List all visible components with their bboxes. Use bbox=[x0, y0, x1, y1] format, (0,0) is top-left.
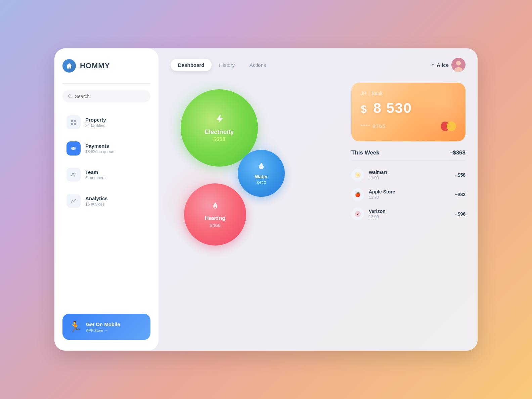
search-icon bbox=[68, 94, 72, 99]
walmart-info: Walmart 11:00 bbox=[369, 170, 450, 180]
bank-name: JH | Bank bbox=[361, 91, 456, 96]
water-value: $443 bbox=[257, 180, 266, 185]
chevron-down-icon: ▾ bbox=[432, 62, 434, 67]
electricity-value: $658 bbox=[213, 136, 225, 142]
logo-area: HOMMY bbox=[62, 59, 150, 73]
analytics-text: Analytics 16 advices bbox=[85, 195, 108, 207]
transaction-apple[interactable]: 🍎 Apple Store 11:30 –$82 bbox=[351, 185, 466, 204]
verizon-amount: –$96 bbox=[455, 211, 466, 217]
analytics-title: Analytics bbox=[85, 195, 108, 201]
svg-rect-5 bbox=[74, 123, 76, 125]
mobile-title: Get On Mobile bbox=[86, 321, 120, 327]
mobile-promo-card[interactable]: 🏃 Get On Mobile APP Store → bbox=[62, 314, 150, 340]
svg-point-9 bbox=[75, 173, 76, 175]
water-label: Water bbox=[255, 174, 268, 179]
tab-actions[interactable]: Actions bbox=[242, 59, 273, 71]
team-text: Team 6 members bbox=[85, 169, 105, 180]
card-logos bbox=[441, 122, 456, 131]
header: Dashboard History Actions ▾ Alice bbox=[171, 58, 466, 72]
payments-title: Payments bbox=[85, 143, 114, 149]
this-week-title: This Week bbox=[351, 149, 380, 156]
verizon-name: Verizon bbox=[369, 209, 450, 214]
sidebar-item-payments[interactable]: Payments $8,530 in queue bbox=[62, 137, 150, 160]
apple-amount: –$82 bbox=[455, 192, 466, 197]
app-name: HOMMY bbox=[80, 61, 110, 70]
content-area: Electricity $658 Water $443 bbox=[171, 83, 466, 341]
svg-text:✓: ✓ bbox=[356, 212, 359, 217]
svg-line-1 bbox=[71, 97, 72, 98]
mobile-illustration: 🏃 bbox=[69, 320, 82, 333]
sidebar-divider bbox=[62, 83, 150, 84]
bubble-heating[interactable]: Heating $466 bbox=[184, 183, 246, 246]
walmart-name: Walmart bbox=[369, 170, 450, 175]
tab-history[interactable]: History bbox=[212, 59, 242, 71]
property-text: Property 24 facilities bbox=[85, 117, 106, 128]
transaction-verizon[interactable]: ✓ Verizon 12:00 –$96 bbox=[351, 204, 466, 224]
tab-dashboard[interactable]: Dashboard bbox=[171, 59, 212, 71]
verizon-time: 12:00 bbox=[369, 215, 450, 219]
apple-time: 11:30 bbox=[369, 195, 450, 200]
payments-subtitle: $8,530 in queue bbox=[85, 149, 114, 154]
bank-footer: **** 8765 bbox=[361, 122, 456, 131]
sidebar: HOMMY Property 24 facilities bbox=[54, 48, 159, 351]
apple-name: Apple Store bbox=[369, 189, 450, 194]
walmart-icon: ✳ bbox=[351, 169, 364, 181]
sidebar-item-analytics[interactable]: Analytics 16 advices bbox=[62, 189, 150, 213]
apple-icon: 🍎 bbox=[351, 188, 364, 201]
electricity-label: Electricity bbox=[205, 129, 234, 136]
sidebar-item-property[interactable]: Property 24 facilities bbox=[62, 110, 150, 134]
mastercard-yellow bbox=[447, 122, 456, 131]
transaction-walmart[interactable]: ✳ Walmart 11:00 –$58 bbox=[351, 165, 466, 185]
svg-point-11 bbox=[456, 61, 461, 65]
svg-rect-3 bbox=[74, 120, 76, 122]
analytics-subtitle: 16 advices bbox=[85, 202, 108, 207]
property-title: Property bbox=[85, 117, 106, 123]
bank-balance: $ 8 530 bbox=[361, 100, 456, 116]
logo-icon bbox=[62, 59, 76, 73]
bubble-water[interactable]: Water $443 bbox=[238, 150, 285, 197]
main-content: Dashboard History Actions ▾ Alice bbox=[159, 48, 478, 351]
team-title: Team bbox=[85, 169, 105, 175]
user-area[interactable]: ▾ Alice bbox=[432, 58, 466, 72]
apple-info: Apple Store 11:30 bbox=[369, 189, 450, 200]
this-week-header: This Week –$368 bbox=[351, 149, 466, 156]
analytics-icon bbox=[66, 194, 81, 208]
payments-text: Payments $8,530 in queue bbox=[85, 143, 114, 154]
svg-point-13 bbox=[214, 206, 216, 208]
property-subtitle: 24 facilities bbox=[85, 123, 106, 128]
verizon-info: Verizon 12:00 bbox=[369, 209, 450, 219]
heating-label: Heating bbox=[205, 215, 225, 222]
avatar bbox=[451, 58, 466, 72]
svg-text:✳: ✳ bbox=[356, 173, 360, 178]
svg-point-8 bbox=[72, 173, 74, 175]
nav-tabs: Dashboard History Actions bbox=[171, 59, 432, 71]
sidebar-item-team[interactable]: Team 6 members bbox=[62, 163, 150, 186]
team-icon bbox=[66, 168, 81, 182]
app-container: HOMMY Property 24 facilities bbox=[54, 48, 478, 351]
mobile-subtitle: APP Store → bbox=[86, 328, 120, 332]
electricity-icon bbox=[214, 114, 225, 127]
verizon-icon: ✓ bbox=[351, 208, 364, 220]
svg-text:🍎: 🍎 bbox=[355, 192, 361, 197]
svg-rect-4 bbox=[71, 123, 73, 125]
bank-card[interactable]: JH | Bank $ 8 530 **** 8765 bbox=[351, 83, 466, 141]
search-box[interactable] bbox=[62, 90, 150, 102]
team-subtitle: 6 members bbox=[85, 176, 105, 180]
walmart-amount: –$58 bbox=[455, 172, 466, 178]
svg-point-7 bbox=[73, 147, 76, 150]
week-divider bbox=[351, 160, 466, 161]
right-panel: JH | Bank $ 8 530 **** 8765 bbox=[351, 83, 466, 341]
bubbles-area: Electricity $658 Water $443 bbox=[171, 83, 341, 341]
search-input[interactable] bbox=[75, 94, 145, 99]
svg-rect-2 bbox=[71, 120, 73, 122]
user-name: Alice bbox=[437, 62, 449, 68]
property-icon bbox=[66, 115, 81, 129]
card-number: **** 8765 bbox=[361, 124, 386, 129]
mobile-text: Get On Mobile APP Store → bbox=[86, 321, 120, 332]
heating-icon bbox=[211, 201, 220, 213]
water-icon bbox=[257, 162, 265, 172]
payments-icon bbox=[66, 141, 81, 156]
this-week-total: –$368 bbox=[450, 149, 466, 156]
this-week-section: This Week –$368 ✳ Walmart bbox=[351, 149, 466, 224]
heating-value: $466 bbox=[210, 222, 221, 228]
